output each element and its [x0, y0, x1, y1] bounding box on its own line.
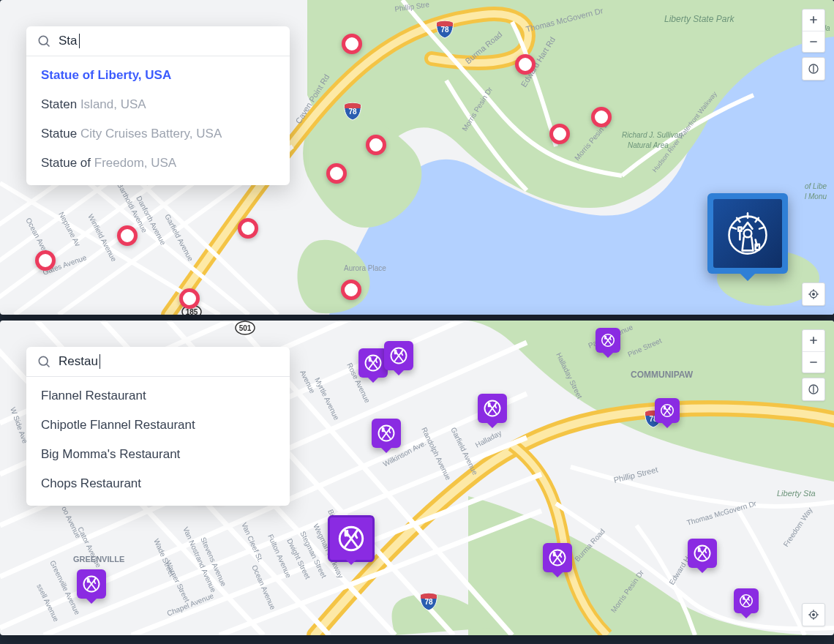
poi-marker[interactable]	[515, 54, 536, 75]
restaurant-marker[interactable]	[596, 328, 620, 353]
svg-point-76	[813, 614, 815, 616]
svg-point-33	[813, 293, 815, 296]
restaurant-marker[interactable]	[655, 398, 680, 423]
compass-button[interactable]	[802, 57, 825, 80]
svg-text:78: 78	[440, 26, 449, 34]
map-label: COMMUNIPAW	[631, 370, 694, 380]
highway-shield: 501	[236, 321, 255, 334]
restaurant-marker[interactable]	[734, 588, 759, 613]
poi-marker[interactable]	[341, 280, 361, 300]
restaurant-marker[interactable]	[384, 341, 413, 370]
liberty-marker[interactable]	[707, 193, 788, 274]
map-label: GREENVILLE	[73, 555, 124, 564]
suggestion-item[interactable]: Statue City Cruises Battery, USA	[26, 119, 290, 149]
svg-point-25	[39, 36, 48, 45]
restaurant-icon	[388, 345, 409, 366]
suggestions-list: Flannel RestaurantChipotle Flannel Resta…	[26, 377, 290, 506]
svg-line-69	[47, 364, 50, 367]
restaurant-icon	[376, 423, 397, 443]
search-box-top: Sta Statue of Liberty, USAStaten Island,…	[26, 26, 290, 185]
restaurant-icon	[482, 398, 503, 419]
locate-button[interactable]	[802, 603, 825, 626]
map-controls	[802, 9, 825, 80]
restaurant-marker[interactable]	[543, 543, 572, 572]
restaurant-icon	[738, 593, 754, 609]
zoom-in-button[interactable]	[803, 330, 824, 352]
suggestion-item[interactable]: Staten Island, USA	[26, 90, 290, 119]
svg-line-18	[732, 228, 736, 229]
poi-marker[interactable]	[35, 250, 56, 271]
search-box-bottom: Restau Flannel RestaurantChipotle Flanne…	[26, 347, 290, 506]
zoom-control	[802, 329, 825, 373]
search-input-row[interactable]: Restau	[26, 347, 290, 377]
svg-rect-22	[738, 228, 741, 231]
map-label: Liberty Sta	[777, 489, 816, 498]
svg-text:501: 501	[239, 324, 252, 332]
svg-line-26	[47, 44, 50, 47]
zoom-out-button[interactable]	[803, 31, 824, 53]
poi-marker[interactable]	[549, 124, 570, 144]
poi-marker[interactable]	[238, 218, 258, 239]
map-label: Liberty State Park	[664, 14, 735, 24]
restaurant-icon	[336, 523, 367, 554]
suggestion-item[interactable]: Chipotle Flannel Restaurant	[26, 411, 290, 440]
restaurant-marker[interactable]	[478, 394, 507, 423]
locate-button[interactable]	[802, 282, 825, 306]
poi-marker[interactable]	[179, 288, 200, 309]
map-label: l Monu	[805, 192, 827, 201]
restaurant-icon	[81, 574, 102, 594]
suggestion-item[interactable]: Statue of Liberty, USA	[26, 61, 290, 90]
restaurant-marker[interactable]	[372, 419, 401, 448]
suggestion-item[interactable]: Statue of Freedom, USA	[26, 149, 290, 178]
svg-line-19	[759, 228, 764, 229]
suggestion-item[interactable]: Flannel Restaurant	[26, 381, 290, 411]
compass-button[interactable]	[802, 378, 825, 401]
zoom-in-button[interactable]	[803, 10, 824, 31]
map-label: Natural Area	[628, 141, 669, 149]
map-label: Aurora Place	[344, 264, 386, 272]
restaurant-icon	[363, 353, 383, 373]
search-query[interactable]: Restau	[59, 354, 98, 369]
suggestion-item[interactable]: Chops Restaurant	[26, 469, 290, 498]
map-label: Richard J. Sullivan	[622, 131, 683, 139]
svg-text:185: 185	[186, 308, 198, 315]
svg-rect-24	[756, 244, 759, 250]
restaurant-marker[interactable]	[358, 348, 388, 378]
restaurant-icon	[547, 547, 568, 568]
text-cursor	[99, 354, 100, 369]
text-cursor	[79, 34, 80, 48]
map-panel-bottom: Rose AvenueMyrtle AvenueAvenueRandolph A…	[0, 321, 834, 635]
suggestion-item[interactable]: Big Momma's Restaurant	[26, 440, 290, 469]
search-icon	[37, 354, 51, 369]
poi-marker[interactable]	[366, 135, 386, 155]
poi-marker[interactable]	[326, 163, 347, 184]
search-input-row[interactable]: Sta	[26, 26, 290, 56]
map-controls	[802, 329, 825, 401]
search-query[interactable]: Sta	[59, 34, 78, 48]
svg-text:78: 78	[348, 108, 357, 116]
restaurant-icon	[600, 332, 616, 348]
zoom-out-button[interactable]	[803, 352, 824, 373]
search-icon	[37, 34, 51, 48]
poi-marker[interactable]	[117, 225, 138, 246]
statue-of-liberty-icon	[723, 209, 773, 258]
svg-point-20	[744, 230, 752, 238]
suggestions-list: Statue of Liberty, USAStaten Island, USA…	[26, 56, 290, 185]
zoom-control	[802, 9, 825, 53]
poi-marker[interactable]	[591, 107, 612, 127]
poi-marker[interactable]	[342, 34, 362, 54]
map-label: of Libe	[805, 182, 827, 190]
svg-point-68	[39, 356, 48, 365]
restaurant-marker[interactable]	[328, 515, 375, 562]
restaurant-icon	[659, 402, 675, 419]
svg-text:78: 78	[424, 598, 433, 606]
restaurant-marker[interactable]	[77, 569, 106, 599]
restaurant-icon	[692, 543, 713, 564]
restaurant-marker[interactable]	[688, 539, 717, 568]
map-panel-top: Caven Point RdBurma RoadThomas McGovern …	[0, 0, 834, 315]
